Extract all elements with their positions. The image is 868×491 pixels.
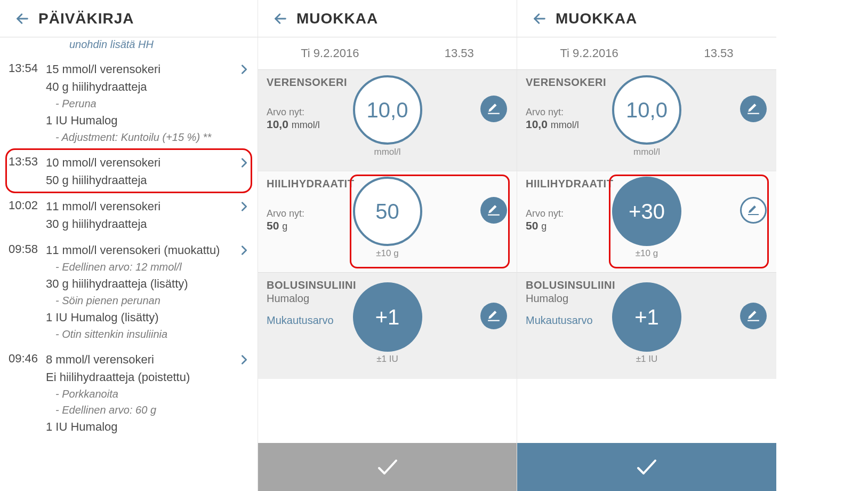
entry-body: 8 mmol/l verensokeriEi hiilihydraatteja … bbox=[46, 351, 249, 435]
confirm-button[interactable] bbox=[517, 443, 776, 491]
arrow-left-icon bbox=[15, 11, 30, 26]
entry-body: 15 mmol/l verensokeri40 g hiilihydraatte… bbox=[46, 60, 249, 145]
entry-subline: - Söin pienen perunan bbox=[46, 292, 231, 308]
diary-entry[interactable]: 10:0211 mmol/l verensokeri30 g hiilihydr… bbox=[0, 192, 258, 236]
back-button[interactable] bbox=[529, 8, 550, 29]
diary-entry[interactable]: 13:5415 mmol/l verensokeri40 g hiilihydr… bbox=[0, 55, 258, 148]
entry-time: 13:53 bbox=[9, 154, 46, 189]
diary-list: 13:5415 mmol/l verensokeri40 g hiilihydr… bbox=[0, 55, 258, 491]
edit-bolus-button[interactable] bbox=[480, 303, 507, 329]
page-title: MUOKKAA bbox=[556, 10, 637, 27]
back-button[interactable] bbox=[270, 8, 291, 29]
entry-line: 10 mmol/l verensokeri bbox=[46, 154, 231, 171]
bolus-dial[interactable]: +1 bbox=[353, 282, 422, 352]
date-label: Ti 9.2.2016 bbox=[560, 46, 618, 60]
entry-line: 11 mmol/l verensokeri (muokattu) bbox=[46, 241, 231, 259]
diary-screen: PÄIVÄKIRJA unohdin lisätä HH 13:5415 mmo… bbox=[0, 0, 258, 491]
chevron-right-icon[interactable] bbox=[238, 155, 250, 173]
pencil-icon bbox=[487, 102, 501, 116]
page-title: PÄIVÄKIRJA bbox=[38, 10, 134, 27]
pencil-icon bbox=[487, 203, 501, 217]
date-time-row: Ti 9.2.2016 13.53 bbox=[517, 37, 776, 69]
confirm-button[interactable] bbox=[258, 443, 517, 491]
carb-dial[interactable]: 50 bbox=[353, 177, 422, 246]
entry-subline: - Edellinen arvo: 12 mmol/l bbox=[46, 259, 231, 275]
entry-time: 09:46 bbox=[9, 351, 46, 435]
entry-subline: - Porkkanoita bbox=[46, 386, 231, 402]
entry-subline: - Otin sittenkin insuliinia bbox=[46, 326, 231, 342]
carbs-section: HIILIHYDRAATIT Arvo nyt: 50 g +30 ±10 g bbox=[517, 171, 776, 272]
bg-unit: mmol/l bbox=[633, 147, 660, 157]
date-time-row: Ti 9.2.2016 13.53 bbox=[258, 37, 517, 69]
pencil-icon bbox=[487, 309, 501, 323]
bolus-section: BOLUSINSULIINI Humalog Mukautusarvo +1 ±… bbox=[258, 272, 517, 379]
edit-bg-button[interactable] bbox=[740, 96, 767, 122]
carbs-section: HIILIHYDRAATIT Arvo nyt: 50 g 50 ±10 g bbox=[258, 171, 517, 272]
bolus-unit: ±1 IU bbox=[376, 354, 398, 365]
header: PÄIVÄKIRJA bbox=[0, 0, 258, 37]
entry-body: 10 mmol/l verensokeri50 g hiilihydraatte… bbox=[46, 154, 249, 189]
entry-body: 11 mmol/l verensokeri (muokattu)- Edelli… bbox=[46, 241, 249, 342]
entry-line: 50 g hiilihydraatteja bbox=[46, 171, 231, 189]
entry-line: 1 IU Humalog bbox=[46, 112, 231, 129]
edit-screen-b: MUOKKAA Ti 9.2.2016 13.53 VERENSOKERI Ar… bbox=[517, 0, 776, 491]
chevron-right-icon[interactable] bbox=[238, 352, 250, 370]
entry-line: Ei hiilihydraatteja (poistettu) bbox=[46, 368, 231, 386]
bolus-dial[interactable]: +1 bbox=[612, 282, 681, 352]
entry-body: 11 mmol/l verensokeri30 g hiilihydraatte… bbox=[46, 197, 249, 233]
diary-entry[interactable]: 09:468 mmol/l verensokeriEi hiilihydraat… bbox=[0, 345, 258, 439]
bg-dial[interactable]: 10,0 bbox=[612, 75, 681, 145]
entry-line: 8 mmol/l verensokeri bbox=[46, 351, 231, 368]
truncated-note: unohdin lisätä HH bbox=[0, 37, 258, 55]
carb-unit: ±10 g bbox=[376, 248, 398, 259]
entry-line: 11 mmol/l verensokeri bbox=[46, 197, 231, 215]
edit-bg-button[interactable] bbox=[480, 96, 507, 122]
edit-screen-a: MUOKKAA Ti 9.2.2016 13.53 VERENSOKERI Ar… bbox=[258, 0, 517, 491]
check-icon bbox=[375, 454, 400, 480]
entry-time: 09:58 bbox=[9, 241, 46, 342]
page-title: MUOKKAA bbox=[296, 10, 378, 27]
pencil-icon bbox=[746, 309, 760, 323]
entry-time: 10:02 bbox=[9, 197, 46, 233]
entry-subline: - Peruna bbox=[46, 96, 231, 112]
check-icon bbox=[634, 454, 660, 480]
time-label: 13.53 bbox=[445, 46, 474, 60]
diary-entry[interactable]: 09:5811 mmol/l verensokeri (muokattu)- E… bbox=[0, 236, 258, 345]
date-label: Ti 9.2.2016 bbox=[301, 46, 359, 60]
header: MUOKKAA bbox=[517, 0, 776, 37]
entry-line: 15 mmol/l verensokeri bbox=[46, 60, 231, 78]
blood-sugar-section: VERENSOKERI Arvo nyt: 10,0 mmol/l 10,0 m… bbox=[517, 69, 776, 171]
entry-line: 40 g hiilihydraatteja bbox=[46, 78, 231, 96]
carb-unit: ±10 g bbox=[636, 248, 658, 259]
entry-line: 1 IU Humalog bbox=[46, 418, 231, 435]
edit-carb-button[interactable] bbox=[480, 197, 507, 224]
pencil-icon bbox=[746, 102, 760, 116]
chevron-right-icon[interactable] bbox=[238, 242, 250, 260]
carb-dial[interactable]: +30 bbox=[612, 177, 681, 246]
back-button[interactable] bbox=[12, 8, 33, 29]
blood-sugar-section: VERENSOKERI Arvo nyt: 10,0 mmol/l 10,0 m… bbox=[258, 69, 517, 171]
entry-line: 30 g hiilihydraatteja (lisätty) bbox=[46, 275, 231, 292]
bolus-section: BOLUSINSULIINI Humalog Mukautusarvo +1 ±… bbox=[517, 272, 776, 379]
time-label: 13.53 bbox=[704, 46, 734, 60]
arrow-left-icon bbox=[273, 11, 288, 26]
entry-line: 30 g hiilihydraatteja bbox=[46, 215, 231, 233]
arrow-left-icon bbox=[532, 11, 547, 26]
entry-subline: - Adjustment: Kuntoilu (+15 %) ** bbox=[46, 129, 231, 145]
header: MUOKKAA bbox=[258, 0, 517, 37]
entry-line: 1 IU Humalog (lisätty) bbox=[46, 308, 231, 326]
entry-time: 13:54 bbox=[9, 60, 46, 145]
edit-carb-button[interactable] bbox=[740, 197, 767, 224]
chevron-right-icon[interactable] bbox=[238, 199, 250, 217]
edit-bolus-button[interactable] bbox=[740, 303, 767, 329]
bg-unit: mmol/l bbox=[374, 147, 400, 157]
bg-dial[interactable]: 10,0 bbox=[353, 75, 422, 145]
entry-subline: - Edellinen arvo: 60 g bbox=[46, 402, 231, 418]
chevron-right-icon[interactable] bbox=[238, 61, 250, 80]
diary-entry[interactable]: 13:5310 mmol/l verensokeri50 g hiilihydr… bbox=[0, 148, 258, 192]
pencil-icon bbox=[747, 204, 760, 217]
bolus-unit: ±1 IU bbox=[636, 354, 658, 365]
